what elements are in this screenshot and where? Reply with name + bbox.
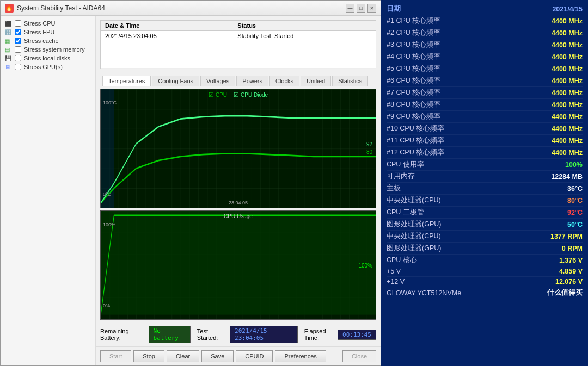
stat-value-18: 1377 RPM [550,233,583,240]
charts-area: ☑ CPU ☑ CPU Diode 100°C 0°C 23:04:05 92 … [96,86,381,322]
tab-temperatures[interactable]: Temperatures [102,76,151,86]
minimize-button[interactable]: — [346,4,354,13]
stress-options-sidebar: ⬛ Stress CPU 🔢 Stress FPU ▦ Stress cache… [1,16,96,365]
date-value: 2021/4/15 [552,5,583,13]
battery-label: Remaining Battery: [100,328,146,341]
stat-value-22: 12.076 V [555,278,583,286]
stress-gpu-option[interactable]: 🖥 Stress GPU(s) [5,64,91,70]
stat-label-4: #5 CPU 核心频率 [387,64,440,73]
stat-row-5: #6 CPU 核心频率 4400 MHz [387,75,583,87]
stat-value-2: 4400 MHz [552,41,583,49]
stress-cpu-label: Stress CPU [24,20,55,27]
stat-value-8: 4400 MHz [552,113,583,121]
stat-label-14: 主板 [387,184,401,193]
status-datetime: 2021/4/15 23:04:05 [101,31,233,41]
window-title: System Stability Test - AIDA64 [17,4,346,12]
stat-label-3: #4 CPU 核心频率 [387,52,440,61]
elapsed-field: Elapsed Time: 00:13:45 [304,328,376,341]
preferences-button[interactable]: Preferences [275,350,326,362]
usage-value: 100% [358,262,372,268]
stat-label-1: #2 CPU 核心频率 [387,28,440,38]
stress-memory-checkbox[interactable] [15,46,21,53]
clear-button[interactable]: Clear [167,350,199,362]
stat-value-9: 4400 MHz [552,125,583,133]
buttons-row: Start Stop Clear Save CPUID Preferences … [96,346,381,365]
usage-y-top: 100% [103,222,115,227]
stress-cpu-checkbox[interactable] [15,20,21,27]
stat-label-23: GLOWAY YCT512NVMe [387,289,461,297]
stat-value-4: 4400 MHz [552,65,583,73]
save-button[interactable]: Save [201,350,234,362]
stat-row-17: 图形处理器(GPU) 50°C [387,219,583,231]
close-window-button[interactable]: ✕ [367,4,376,13]
tab-powers[interactable]: Powers [236,76,268,86]
temp-value-80: 80 [366,148,372,156]
stat-row-22: +12 V 12.076 V [387,277,583,287]
stats-panel: 日期 2021/4/15 #1 CPU 核心频率 4400 MHz #2 CPU… [381,0,588,366]
stat-row-16: CPU 二极管 92°C [387,207,583,219]
aida64-window: 🔥 System Stability Test - AIDA64 — □ ✕ ⬛… [0,0,381,366]
stat-label-22: +12 V [387,278,405,286]
stat-row-9: #10 CPU 核心频率 4400 MHz [387,123,583,135]
cpu-legend-label: CPU [216,92,227,98]
tab-cooling-fans[interactable]: Cooling Fans [152,76,199,86]
stat-row-11: #12 CPU 核心频率 4400 MHz [387,147,583,159]
cpu-usage-title: CPU Usage [224,213,253,219]
stress-disks-checkbox[interactable] [15,55,21,61]
right-panel: Date & Time Status 2021/4/15 23:04:05 St… [96,16,381,365]
stat-label-19: 图形处理器(GPU) [387,244,441,253]
stat-row-2: #3 CPU 核心频率 4400 MHz [387,39,583,51]
stat-row-19: 图形处理器(GPU) 0 RPM [387,243,583,255]
tab-unified[interactable]: Unified [301,76,331,86]
date-row: 日期 2021/4/15 [387,3,583,15]
stress-fpu-option[interactable]: 🔢 Stress FPU [5,29,91,35]
cpuid-button[interactable]: CPUID [236,350,273,362]
tab-statistics[interactable]: Statistics [332,76,368,86]
stat-value-5: 4400 MHz [552,77,583,85]
window-controls: — □ ✕ [346,4,376,13]
maximize-button[interactable]: □ [357,4,365,13]
stat-label-16: CPU 二极管 [387,208,424,217]
stat-row-7: #8 CPU 核心频率 4400 MHz [387,99,583,111]
stat-value-12: 100% [565,161,583,169]
app-icon: 🔥 [5,4,14,13]
stress-disks-option[interactable]: 💾 Stress local disks [5,55,91,61]
stat-value-21: 4.859 V [559,268,583,275]
svg-rect-5 [101,211,376,315]
stat-row-10: #11 CPU 核心频率 4400 MHz [387,135,583,147]
stat-row-12: CPU 使用率 100% [387,159,583,171]
start-button[interactable]: Start [100,350,131,362]
stress-memory-label: Stress system memory [24,46,85,53]
close-button[interactable]: Close [342,350,376,362]
stress-gpu-checkbox[interactable] [15,64,21,70]
tab-voltages[interactable]: Voltages [200,76,235,86]
temp-chart-legend: ☑ CPU ☑ CPU Diode [209,91,268,98]
stress-cache-checkbox[interactable] [15,38,21,44]
stat-value-14: 36°C [567,185,583,193]
stress-cpu-option[interactable]: ⬛ Stress CPU [5,20,91,27]
stat-row-15: 中央处理器(CPU) 80°C [387,195,583,207]
usage-y-bottom: 0% [103,303,110,308]
stat-value-7: 4400 MHz [552,101,583,109]
tab-clocks[interactable]: Clocks [270,76,299,86]
elapsed-value: 00:13:45 [338,330,376,340]
stat-row-8: #9 CPU 核心频率 4400 MHz [387,111,583,123]
stress-fpu-label: Stress FPU [24,29,54,35]
status-message: Stability Test: Started [233,31,376,41]
stat-label-15: 中央处理器(CPU) [387,196,441,205]
stat-label-7: #8 CPU 核心频率 [387,100,440,109]
stat-value-19: 0 RPM [562,245,583,252]
memory-icon: ▤ [5,47,15,53]
stop-button[interactable]: Stop [133,350,164,362]
stress-fpu-checkbox[interactable] [15,29,21,35]
stress-memory-option[interactable]: ▤ Stress system memory [5,46,91,53]
stat-label-2: #3 CPU 核心频率 [387,40,440,49]
cpu-diode-checkbox-legend: ☑ [234,91,239,98]
datetime-header: Date & Time [101,21,233,31]
stat-value-0: 4400 MHz [552,17,583,25]
stat-label-10: #11 CPU 核心频率 [387,136,444,145]
stress-cache-option[interactable]: ▦ Stress cache [5,38,91,44]
temperature-chart: ☑ CPU ☑ CPU Diode 100°C 0°C 23:04:05 92 … [100,89,376,208]
temp-chart-svg [101,89,376,208]
stat-value-15: 80°C [567,197,583,204]
